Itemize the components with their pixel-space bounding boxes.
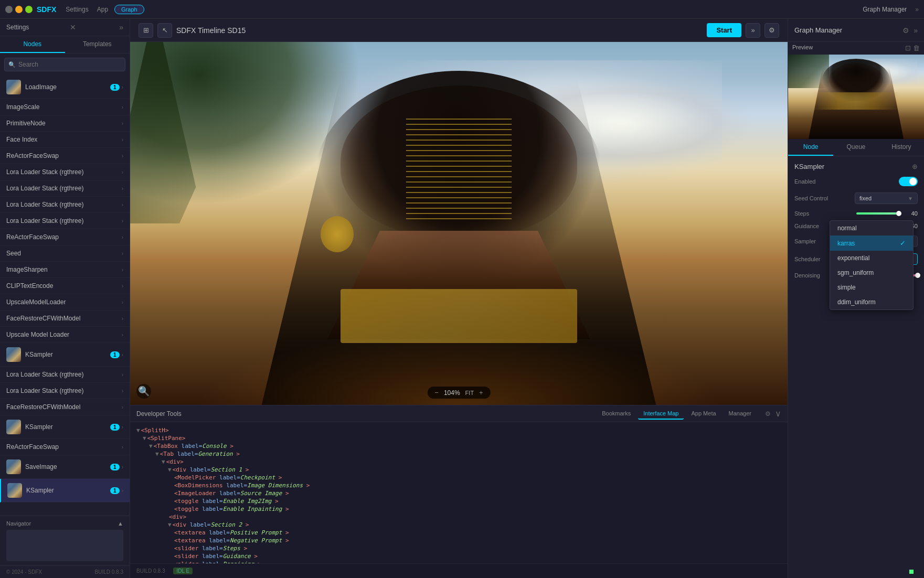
node-badge-ksampler-active: 1 [110, 487, 120, 494]
settings-nav[interactable]: Settings [66, 6, 88, 13]
code-line-boxdimensions[interactable]: <BoxDimensions label=Image Dimensions > [136, 481, 781, 489]
node-item-facerestorecf2[interactable]: FaceRestoreCFWithModel › [0, 399, 130, 415]
scheduler-option-simple-label: simple [837, 284, 856, 291]
zoom-plus-icon[interactable]: + [479, 389, 483, 397]
node-item-upscalemodelloader2[interactable]: Upscale Model Loader › [0, 327, 130, 343]
node-item-imagesharpen[interactable]: ImageSharpen › [0, 262, 130, 278]
status-indicator [909, 570, 914, 574]
scheduler-option-ddim-uniform[interactable]: ddim_uniform [830, 295, 913, 309]
right-tab-queue[interactable]: Queue [833, 139, 878, 156]
zoom-out-corner-icon[interactable]: 🔍 [136, 384, 151, 399]
enabled-toggle[interactable] [899, 177, 918, 186]
right-panel-tabs: Node Queue History [788, 139, 924, 156]
move-tool-btn[interactable]: ⊞ [139, 23, 153, 38]
right-tab-node[interactable]: Node [788, 139, 833, 156]
node-item-loraloader2[interactable]: Lora Loader Stack (rgthree) › [0, 180, 130, 197]
tab-templates[interactable]: Templates [65, 36, 130, 53]
navigator-toggle[interactable]: Navigator ▲ [6, 520, 123, 527]
expand-right-panel-icon[interactable]: » [914, 26, 918, 35]
node-arrow-loraloader6: › [122, 388, 123, 394]
code-line-textarea1[interactable]: <textarea label=Positive Prompt > [136, 529, 781, 537]
window-close-btn[interactable] [5, 6, 13, 13]
scheduler-option-sgm-uniform[interactable]: sgm_uniform [830, 265, 913, 280]
code-line-imageloader[interactable]: <ImageLoader label=Source Image > [136, 489, 781, 497]
graph-manager-title: Graph Manager [794, 26, 902, 34]
tab-nodes[interactable]: Nodes [0, 36, 65, 53]
settings-icon-btn[interactable]: ⚙ [764, 23, 779, 38]
denoising-slider-thumb[interactable] [915, 273, 920, 278]
seed-control-select[interactable]: fixed ▼ [855, 192, 918, 204]
more-options-btn[interactable]: » [746, 23, 760, 38]
fit-button[interactable]: FIT [465, 390, 474, 396]
node-item-loraloader5[interactable]: Lora Loader Stack (rgthree) › [0, 367, 130, 383]
node-item-ksampler-active[interactable]: KSampler 1 › [0, 479, 130, 502]
node-item-ksampler2[interactable]: KSampler 1 › [0, 415, 130, 439]
node-item-primitivenode[interactable]: PrimitiveNode › [0, 115, 130, 132]
node-item-reactorfaceswap1[interactable]: ReActorFaceSwap › [0, 148, 130, 164]
node-item-upscalemodelloader1[interactable]: UpscaleModelLoader › [0, 294, 130, 311]
dev-tab-bookmarks[interactable]: Bookmarks [597, 408, 636, 420]
sidebar: Settings ✕ » Nodes Templates 🔍 LoadImage… [0, 19, 130, 578]
node-item-loraloader1[interactable]: Lora Loader Stack (rgthree) › [0, 164, 130, 180]
code-line-toggle2[interactable]: <toggle label=Enable Inpainting > [136, 505, 781, 513]
node-item-reactorfaceswap2[interactable]: ReActorFaceSwap › [0, 229, 130, 245]
graph-nav[interactable]: Graph [114, 5, 144, 14]
node-avatar-saveimage [6, 459, 21, 474]
scheduler-option-simple[interactable]: simple [830, 280, 913, 295]
node-list: LoadImage 1 › ImageScale › PrimitiveNode… [0, 76, 130, 516]
expand-right-icon[interactable]: » [915, 6, 919, 13]
node-avatar-ksampler1 [6, 347, 21, 362]
top-bar: SDFX Settings App Graph Graph Manager » [0, 0, 924, 19]
scheduler-option-normal[interactable]: normal [830, 221, 913, 236]
node-pin-icon[interactable]: ⊕ [912, 163, 918, 170]
preview-delete-icon[interactable]: 🗑 [913, 44, 920, 52]
dev-tab-interface-map[interactable]: Interface Map [638, 408, 684, 420]
preview-expand-icon[interactable]: ⊡ [905, 44, 911, 52]
steps-slider-thumb[interactable] [896, 211, 901, 216]
scheduler-option-karras[interactable]: karras ✓ [830, 236, 913, 251]
right-tab-history[interactable]: History [879, 139, 924, 156]
node-item-imagescale[interactable]: ImageScale › [0, 99, 130, 115]
code-line-tab: ▼<Tab label=Generation > [136, 450, 781, 458]
prop-seed-control: Seed Control fixed ▼ [794, 192, 918, 204]
code-line-slider-steps[interactable]: <slider label=Steps > [136, 544, 781, 552]
node-item-faceindex[interactable]: Face Index › [0, 132, 130, 148]
node-arrow-loraloader5: › [122, 372, 123, 378]
sidebar-collapse-btn[interactable]: » [119, 23, 123, 31]
node-item-seed[interactable]: Seed › [0, 245, 130, 262]
dev-tab-app-meta[interactable]: App Meta [686, 408, 721, 420]
sidebar-close-btn[interactable]: ✕ [70, 23, 76, 31]
settings-right-icon[interactable]: ⚙ [902, 26, 909, 35]
node-item-loraloader3[interactable]: Lora Loader Stack (rgthree) › [0, 197, 130, 213]
node-item-facerestorecf1[interactable]: FaceRestoreCFWithModel › [0, 311, 130, 327]
cursor-tool-btn[interactable]: ↖ [157, 23, 172, 38]
zoom-minus-icon[interactable]: − [434, 389, 439, 397]
code-line-modelpicker[interactable]: <ModelPicker label=Checkpoint > [136, 474, 781, 481]
window-maximize-btn[interactable] [25, 6, 33, 13]
node-item-saveimage[interactable]: SaveImage 1 › [0, 455, 130, 479]
node-item-loadimage[interactable]: LoadImage 1 › [0, 76, 130, 99]
dev-tools-close-icon[interactable]: ⚙ [765, 410, 771, 418]
dev-tab-manager[interactable]: Manager [724, 408, 757, 420]
search-input[interactable] [4, 58, 125, 71]
code-line-slider-guidance[interactable]: <slider label=Guidance > [136, 552, 781, 560]
node-item-cliptextencode[interactable]: CLIPTextEncode › [0, 278, 130, 294]
node-item-reactorfaceswap3[interactable]: ReActorFaceSwap › [0, 439, 130, 455]
scheduler-option-sgm-uniform-label: sgm_uniform [837, 269, 874, 276]
code-line-textarea2[interactable]: <textarea label=Negative Prompt > [136, 537, 781, 544]
scheduler-option-exponential[interactable]: exponential [830, 251, 913, 265]
navigator-section: Navigator ▲ [0, 516, 130, 565]
node-item-loraloader4[interactable]: Lora Loader Stack (rgthree) › [0, 213, 130, 229]
app-nav[interactable]: App [97, 6, 108, 13]
node-item-loraloader6[interactable]: Lora Loader Stack (rgthree) › [0, 383, 130, 399]
node-badge-loadimage: 1 [110, 84, 120, 91]
code-line-toggle1[interactable]: <toggle label=Enable Img2Img > [136, 497, 781, 505]
window-minimize-btn[interactable] [15, 6, 23, 13]
steps-slider-track[interactable] [856, 212, 899, 215]
node-name-primitivenode: PrimitiveNode [6, 120, 122, 127]
dev-tools-collapse-icon[interactable]: ∨ [775, 409, 781, 419]
node-item-ksampler1[interactable]: KSampler 1 › [0, 343, 130, 367]
sidebar-header: Settings ✕ » [0, 19, 130, 36]
start-button[interactable]: Start [707, 23, 741, 37]
node-name-reactorfaceswap2: ReActorFaceSwap [6, 233, 122, 241]
